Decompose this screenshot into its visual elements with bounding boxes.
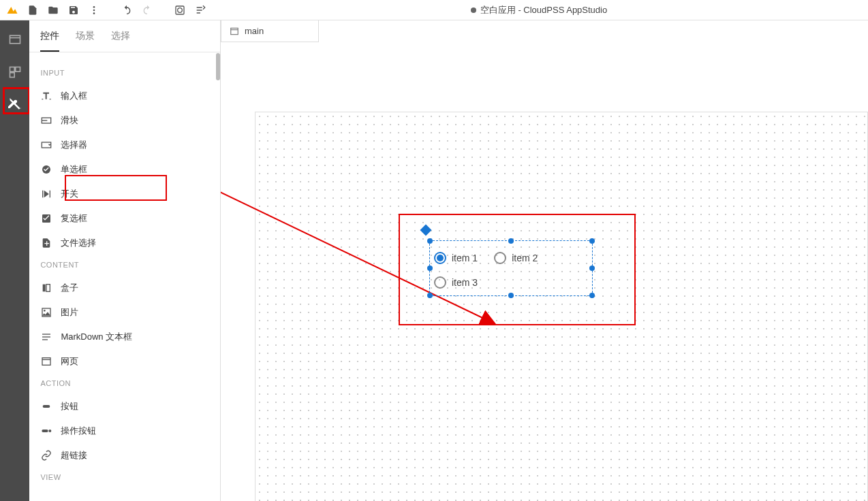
title-text: 空白应用 - CloudPSS AppStudio: [480, 4, 607, 16]
widget-label: 超链接: [61, 449, 87, 462]
sidebar-widget-list: INPUT 输入框 滑块 选择器 单选框 开关 复选框 文件选择 CONTENT…: [29, 52, 220, 501]
select-icon: [40, 139, 52, 151]
svg-rect-7: [10, 67, 14, 72]
svg-rect-5: [10, 35, 20, 44]
section-header-input: INPUT: [35, 63, 215, 84]
svg-rect-3: [176, 6, 184, 14]
app-logo-icon[interactable]: [3, 1, 22, 20]
radio-circle-icon: [434, 276, 446, 289]
widget-input[interactable]: 输入框: [35, 84, 215, 108]
canvas-viewport[interactable]: item 1 item 2 item 3: [221, 44, 868, 501]
widget-label: 开关: [61, 188, 78, 200]
radio-component[interactable]: item 1 item 2 item 3: [434, 252, 591, 289]
widget-button[interactable]: 按钮: [35, 394, 215, 419]
widget-label: MarkDown 文本框: [61, 331, 132, 343]
rail-pages-icon[interactable]: [7, 31, 23, 48]
file-icon: [40, 237, 52, 249]
radio-option-2[interactable]: item 2: [494, 252, 538, 264]
section-header-view: VIEW: [35, 468, 215, 488]
widget-label: 复选框: [61, 212, 87, 225]
file-tab-bar: main: [221, 20, 868, 44]
run-icon[interactable]: [191, 1, 210, 20]
button-icon: [40, 400, 52, 413]
undo-icon[interactable]: [117, 1, 136, 20]
file-tab-label: main: [245, 26, 264, 36]
resize-handle-nw[interactable]: [427, 238, 433, 244]
more-icon[interactable]: [84, 1, 104, 20]
rail-assets-icon[interactable]: [7, 64, 23, 80]
preview-icon[interactable]: [170, 1, 189, 20]
resize-handle-w[interactable]: [427, 265, 433, 271]
radio-option-3[interactable]: item 3: [434, 276, 478, 289]
checkbox-icon: [40, 212, 52, 225]
redo-icon[interactable]: [138, 1, 157, 20]
svg-rect-8: [16, 67, 20, 72]
sidebar-panel: 控件 场景 选择 INPUT 输入框 滑块 选择器 单选框 开关 复选框 文件选…: [29, 20, 221, 501]
svg-rect-16: [46, 285, 50, 292]
top-toolbar: 空白应用 - CloudPSS AppStudio: [0, 0, 868, 20]
svg-point-18: [44, 310, 46, 312]
resize-handle-sw[interactable]: [427, 293, 433, 298]
widget-label: 单选框: [61, 163, 87, 176]
main-area: main: [221, 20, 868, 501]
link-icon: [40, 449, 52, 462]
widget-box[interactable]: 盒子: [35, 276, 215, 300]
tab-widgets[interactable]: 控件: [40, 30, 59, 52]
radio-icon: [40, 163, 52, 176]
widget-label: 按钮: [61, 400, 78, 413]
section-header-action: ACTION: [35, 374, 215, 394]
action-button-icon: [40, 425, 52, 437]
open-folder-icon[interactable]: [44, 1, 63, 20]
radio-circle-icon: [434, 252, 446, 264]
widget-link[interactable]: 超链接: [35, 443, 215, 468]
section-header-content: CONTENT: [35, 255, 215, 276]
slider-icon: [40, 114, 52, 127]
svg-point-26: [49, 430, 52, 432]
svg-rect-9: [10, 73, 14, 78]
widget-radio[interactable]: 单选框: [35, 157, 215, 182]
file-tab-main[interactable]: main: [221, 20, 319, 42]
scrollbar[interactable]: [216, 53, 220, 80]
widget-file[interactable]: 文件选择: [35, 231, 215, 255]
design-canvas[interactable]: item 1 item 2 item 3: [255, 112, 868, 501]
svg-point-1: [93, 9, 95, 11]
resize-handle-se[interactable]: [589, 293, 595, 298]
radio-option-1[interactable]: item 1: [434, 252, 478, 264]
widget-label: 盒子: [61, 282, 78, 294]
resize-handle-ne[interactable]: [589, 238, 595, 244]
widget-label: 输入框: [61, 90, 87, 102]
tab-select[interactable]: 选择: [111, 30, 130, 52]
widget-markdown[interactable]: MarkDown 文本框: [35, 325, 215, 349]
widget-label: 网页: [61, 355, 78, 368]
resize-handle-n[interactable]: [508, 238, 514, 244]
svg-point-4: [178, 7, 183, 12]
widget-webpage[interactable]: 网页: [35, 349, 215, 374]
widget-image[interactable]: 图片: [35, 300, 215, 325]
widget-label: 选择器: [61, 139, 87, 151]
widget-checkbox[interactable]: 复选框: [35, 206, 215, 231]
widget-label: 滑块: [61, 114, 78, 127]
widget-select[interactable]: 选择器: [35, 133, 215, 157]
tab-scenes[interactable]: 场景: [76, 30, 95, 52]
radio-label: item 2: [512, 253, 538, 263]
svg-rect-27: [231, 28, 238, 34]
markdown-icon: [40, 331, 52, 343]
save-icon[interactable]: [64, 1, 83, 20]
svg-point-0: [93, 6, 95, 8]
widget-slider[interactable]: 滑块: [35, 108, 215, 133]
widget-label: 图片: [61, 306, 78, 319]
modified-dot-icon: [471, 7, 476, 13]
radio-circle-icon: [494, 252, 506, 264]
resize-handle-s[interactable]: [508, 293, 514, 298]
sidebar-tabs: 控件 场景 选择: [29, 20, 220, 52]
box-icon: [40, 282, 52, 294]
new-file-icon[interactable]: [23, 1, 42, 20]
svg-rect-25: [42, 430, 48, 432]
rail-tools-icon[interactable]: [7, 97, 23, 113]
svg-rect-22: [42, 358, 50, 366]
radio-label: item 3: [452, 277, 478, 288]
widget-action-button[interactable]: 操作按钮: [35, 419, 215, 443]
radio-label: item 1: [452, 253, 478, 263]
widget-label: 文件选择: [61, 237, 96, 249]
widget-switch[interactable]: 开关: [35, 182, 215, 206]
